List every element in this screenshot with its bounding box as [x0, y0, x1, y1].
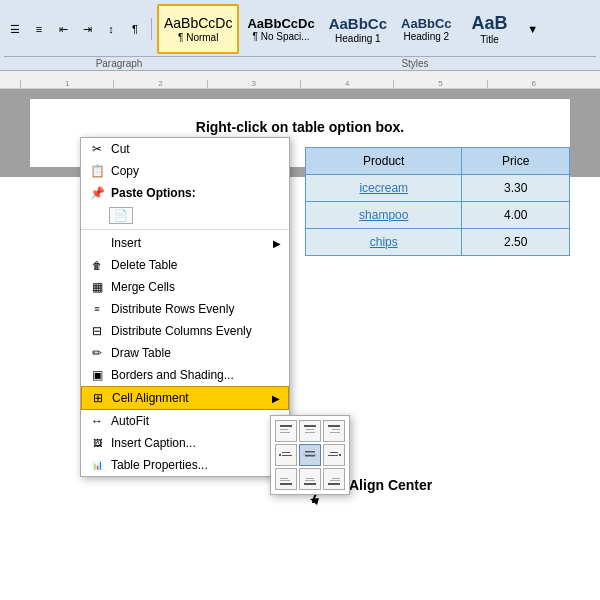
svg-rect-24: [328, 483, 340, 485]
style-h1-button[interactable]: AaBbCc Heading 1: [323, 4, 393, 54]
table-row: shampoo 4.00: [306, 202, 570, 229]
menu-copy[interactable]: 📋 Copy: [81, 160, 289, 182]
ruler-mark-5: 5: [393, 80, 486, 88]
svg-rect-5: [305, 432, 315, 433]
sep1: [81, 229, 289, 230]
distribute-rows-icon: ≡: [89, 301, 105, 317]
menu-insert-label: Insert: [111, 236, 267, 250]
svg-rect-25: [332, 478, 340, 479]
menu-delete-label: Delete Table: [111, 258, 281, 272]
align-center-center[interactable]: [299, 444, 321, 466]
ruler-marks: 1 2 3 4 5 6: [20, 80, 580, 88]
ruler-mark-1: 1: [20, 80, 113, 88]
style-nospace-label: ¶ No Spaci...: [253, 31, 310, 42]
cell-shampoo: shampoo: [306, 202, 462, 229]
styles-row: AaBbCcDc ¶ Normal AaBbCcDc ¶ No Spaci...…: [157, 4, 544, 54]
list-numbered-icon[interactable]: ≡: [28, 19, 50, 39]
cell-price-3: 2.50: [462, 229, 570, 256]
svg-rect-18: [280, 483, 292, 485]
svg-rect-17: [328, 455, 338, 456]
align-center-left[interactable]: [275, 444, 297, 466]
table-container: Product Price icecream 3.30 shampoo 4.00: [275, 147, 540, 256]
svg-rect-23: [305, 480, 315, 481]
cell-price-2: 4.00: [462, 202, 570, 229]
svg-marker-27: [310, 498, 319, 505]
menu-merge-label: Merge Cells: [111, 280, 281, 294]
svg-rect-20: [280, 480, 290, 481]
align-center-right[interactable]: [323, 444, 345, 466]
style-nospace-preview: AaBbCcDc: [247, 16, 314, 32]
style-h2-button[interactable]: AaBbCc Heading 2: [395, 4, 458, 54]
svg-rect-22: [306, 478, 314, 479]
style-h2-preview: AaBbCc: [401, 16, 452, 32]
paste-icon: 📌: [89, 185, 105, 201]
product-table: Product Price icecream 3.30 shampoo 4.00: [305, 147, 570, 256]
indent-icon[interactable]: ⇥: [76, 19, 98, 39]
copy-icon: 📋: [89, 163, 105, 179]
menu-distribute-cols[interactable]: ⊟ Distribute Columns Evenly: [81, 320, 289, 342]
delete-table-icon: 🗑: [89, 257, 105, 273]
table-header-row: Product Price: [306, 148, 570, 175]
show-hide-icon[interactable]: ¶: [124, 19, 146, 39]
menu-insert-caption-label: Insert Caption...: [111, 436, 281, 450]
align-top-left[interactable]: [275, 420, 297, 442]
ribbon-top-row: ☰ ≡ ⇤ ⇥ ↕ ¶ AaBbCcDc ¶ Normal AaBbCcDc ¶…: [4, 2, 596, 56]
menu-insert-caption[interactable]: 🖼 Insert Caption...: [81, 432, 289, 454]
style-nospace-button[interactable]: AaBbCcDc ¶ No Spaci...: [241, 4, 320, 54]
align-bottom-right[interactable]: [323, 468, 345, 490]
ruler-mark-4: 4: [300, 80, 393, 88]
style-normal-preview: AaBbCcDc: [164, 15, 232, 32]
menu-draw-label: Draw Table: [111, 346, 281, 360]
menu-autofit-label: AutoFit: [111, 414, 267, 428]
header-price: Price: [462, 148, 570, 175]
menu-merge-cells[interactable]: ▦ Merge Cells: [81, 276, 289, 298]
outdent-icon[interactable]: ⇤: [52, 19, 74, 39]
align-bottom-left[interactable]: [275, 468, 297, 490]
align-top-right[interactable]: [323, 420, 345, 442]
style-normal-button[interactable]: AaBbCcDc ¶ Normal: [157, 4, 239, 54]
svg-rect-6: [328, 425, 340, 427]
sort-icon[interactable]: ↕: [100, 19, 122, 39]
svg-rect-21: [304, 483, 316, 485]
svg-rect-0: [280, 425, 292, 427]
menu-table-properties-label: Table Properties...: [111, 458, 281, 472]
menu-delete-table[interactable]: 🗑 Delete Table: [81, 254, 289, 276]
cell-alignment-submenu: [270, 415, 350, 495]
svg-rect-19: [280, 478, 288, 479]
alignment-grid: [275, 420, 345, 490]
style-title-preview: AaB: [472, 13, 508, 35]
menu-borders-label: Borders and Shading...: [111, 368, 281, 382]
menu-paste-options: 📌 Paste Options:: [81, 182, 289, 204]
menu-paste-icon-row[interactable]: 📄: [81, 204, 289, 227]
menu-paste-label: Paste Options:: [111, 186, 281, 200]
list-bullets-icon[interactable]: ☰: [4, 19, 26, 39]
styles-more-icon[interactable]: ▼: [522, 19, 544, 39]
style-title-label: Title: [480, 34, 499, 45]
style-h2-label: Heading 2: [404, 31, 450, 42]
menu-distribute-rows[interactable]: ≡ Distribute Rows Evenly: [81, 298, 289, 320]
style-title-button[interactable]: AaB Title: [460, 4, 520, 54]
menu-cut-label: Cut: [111, 142, 281, 156]
svg-rect-7: [332, 429, 340, 430]
svg-rect-4: [306, 429, 314, 430]
paragraph-section-label: Paragraph: [4, 56, 234, 70]
menu-draw-table[interactable]: ✏ Draw Table: [81, 342, 289, 364]
menu-autofit[interactable]: ↔ AutoFit ▶: [81, 410, 289, 432]
menu-insert[interactable]: Insert ▶: [81, 232, 289, 254]
menu-table-properties[interactable]: 📊 Table Properties...: [81, 454, 289, 476]
ruler-mark-3: 3: [207, 80, 300, 88]
cell-alignment-icon: ⊞: [90, 390, 106, 406]
style-h1-label: Heading 1: [335, 33, 381, 44]
svg-rect-10: [282, 452, 290, 453]
align-bottom-center[interactable]: [299, 468, 321, 490]
menu-cut[interactable]: ✂ Cut: [81, 138, 289, 160]
context-menu: ✂ Cut 📋 Copy 📌 Paste Options: 📄 Ins: [80, 137, 290, 477]
menu-borders-shading[interactable]: ▣ Borders and Shading...: [81, 364, 289, 386]
menu-cell-alignment[interactable]: ⊞ Cell Alignment ▶: [81, 386, 289, 410]
cell-icecream: icecream: [306, 175, 462, 202]
style-h1-preview: AaBbCc: [329, 15, 387, 33]
table-properties-icon: 📊: [89, 457, 105, 473]
align-top-center[interactable]: [299, 420, 321, 442]
ruler-mark-6: 6: [487, 80, 580, 88]
divider1: [151, 18, 152, 40]
